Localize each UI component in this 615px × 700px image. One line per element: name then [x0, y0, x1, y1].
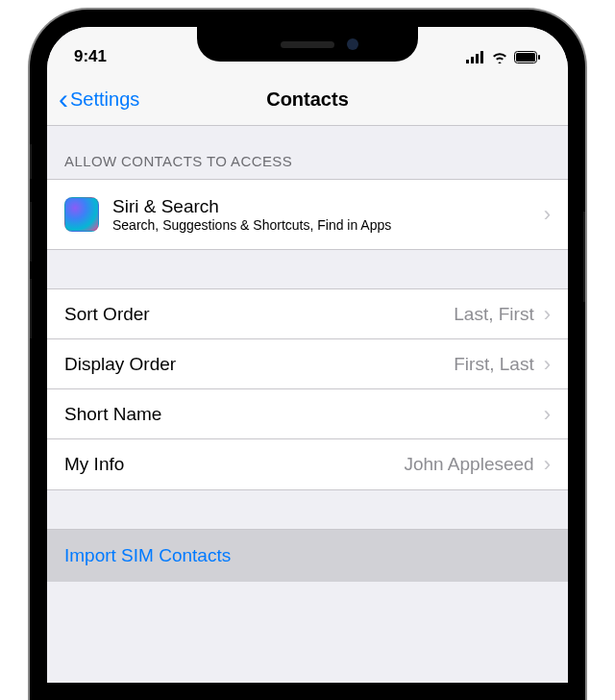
- front-camera: [347, 38, 358, 50]
- spacer: [47, 250, 568, 288]
- display-order-value: First, Last: [454, 354, 533, 375]
- settings-list: Sort Order Last, First › Display Order F…: [47, 288, 568, 490]
- chevron-right-icon: ›: [544, 402, 551, 427]
- status-time: 9:41: [74, 47, 107, 66]
- chevron-right-icon: ›: [544, 202, 551, 227]
- my-info-value: John Appleseed: [404, 454, 533, 475]
- svg-rect-1: [471, 57, 474, 63]
- speaker: [281, 41, 334, 48]
- back-label: Settings: [70, 88, 139, 111]
- sort-order-row[interactable]: Sort Order Last, First ›: [47, 289, 568, 339]
- sort-order-value: Last, First: [454, 304, 533, 325]
- back-button[interactable]: ‹ Settings: [59, 85, 139, 113]
- siri-icon: [64, 197, 99, 232]
- import-sim-row[interactable]: Import SIM Contacts: [47, 529, 568, 582]
- chevron-right-icon: ›: [544, 302, 551, 327]
- siri-search-row[interactable]: Siri & Search Search, Suggestions & Shor…: [47, 180, 568, 249]
- screen: 9:41 ‹ Set: [47, 27, 568, 683]
- svg-rect-3: [480, 51, 483, 63]
- svg-rect-2: [476, 54, 479, 63]
- siri-title: Siri & Search: [112, 196, 544, 217]
- siri-subtitle: Search, Suggestions & Shortcuts, Find in…: [112, 217, 544, 233]
- cellular-icon: [466, 51, 485, 63]
- volume-down-button: [30, 279, 32, 338]
- my-info-row[interactable]: My Info John Appleseed ›: [47, 439, 568, 489]
- spacer: [47, 490, 568, 529]
- short-name-row[interactable]: Short Name ›: [47, 389, 568, 439]
- access-list: Siri & Search Search, Suggestions & Shor…: [47, 179, 568, 250]
- volume-up-button: [30, 202, 32, 262]
- mute-switch: [30, 144, 32, 179]
- battery-icon: [514, 51, 541, 63]
- notch: [197, 27, 418, 62]
- wifi-icon: [491, 51, 508, 63]
- import-sim-label: Import SIM Contacts: [64, 545, 551, 566]
- display-order-row[interactable]: Display Order First, Last ›: [47, 339, 568, 389]
- short-name-label: Short Name: [64, 404, 534, 425]
- sort-order-label: Sort Order: [64, 304, 454, 325]
- display-order-label: Display Order: [64, 354, 454, 375]
- svg-rect-5: [516, 53, 535, 62]
- chevron-right-icon: ›: [544, 352, 551, 377]
- chevron-left-icon: ‹: [59, 85, 68, 113]
- phone-frame: 9:41 ‹ Set: [30, 10, 585, 700]
- siri-content: Siri & Search Search, Suggestions & Shor…: [112, 196, 544, 233]
- svg-rect-6: [538, 55, 540, 60]
- my-info-label: My Info: [64, 454, 404, 475]
- page-title: Contacts: [266, 88, 349, 111]
- nav-bar: ‹ Settings Contacts: [47, 73, 568, 126]
- svg-rect-0: [466, 60, 469, 63]
- status-icons: [466, 51, 541, 63]
- power-button: [583, 212, 585, 302]
- chevron-right-icon: ›: [544, 452, 551, 477]
- section-header-access: ALLOW CONTACTS TO ACCESS: [47, 126, 568, 179]
